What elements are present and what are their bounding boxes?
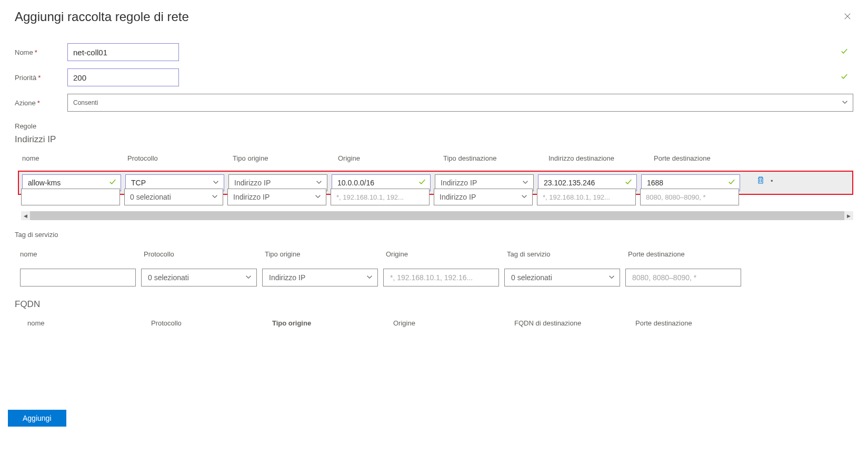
chevron-down-icon: [366, 273, 373, 282]
rule-dest-addr-input[interactable]: *, 192.168.10.1, 192...: [537, 189, 636, 205]
action-label: Azione*: [15, 99, 67, 107]
scroll-left-button[interactable]: ◀: [21, 211, 30, 220]
col-protocol: Protocollo: [127, 154, 233, 162]
scroll-right-button[interactable]: ▶: [844, 211, 853, 220]
rule-row-empty: 0 selezionati Indirizzo IP *, 192.168.10…: [18, 186, 853, 208]
fqdn-col-protocol: Protocollo: [151, 319, 272, 327]
col-dest-ports: Porte destinazione: [654, 154, 759, 162]
svc-tag-select[interactable]: 0 selezionati: [504, 269, 620, 287]
svc-col-origin-type: Tipo origine: [265, 250, 386, 258]
chevron-down-icon: [315, 179, 323, 187]
svc-protocol-select[interactable]: 0 selezionati: [141, 269, 257, 287]
rule-dest-ports-input[interactable]: 8080, 8080–8090, *: [640, 189, 739, 205]
delete-row-button[interactable]: [755, 176, 766, 186]
chevron-down-icon: [314, 193, 322, 202]
name-label: Nome*: [15, 48, 67, 56]
col-origin: Origine: [338, 154, 443, 162]
svc-col-svc-tag: Tag di servizio: [507, 250, 628, 258]
svc-origin-input[interactable]: *, 192.168.10.1, 192.16...: [383, 269, 499, 287]
svc-col-name: nome: [20, 250, 144, 258]
add-button[interactable]: Aggiungi: [8, 410, 66, 427]
check-icon: [418, 179, 426, 187]
col-name: nome: [22, 154, 127, 162]
more-options-button[interactable]: •: [769, 177, 775, 185]
priority-label: Priorità*: [15, 74, 67, 82]
fqdn-col-origin-type: Tipo origine: [272, 319, 393, 327]
ip-addresses-heading: Indirizzi IP: [15, 134, 853, 145]
svc-origin-type-select[interactable]: Indirizzo IP: [262, 269, 378, 287]
page-title: Aggiungi raccolta regole di rete: [15, 9, 189, 24]
svc-col-origin: Origine: [386, 250, 507, 258]
rule-dest-type-select[interactable]: Indirizzo IP: [434, 189, 533, 205]
svc-col-protocol: Protocollo: [144, 250, 265, 258]
fqdn-col-origin: Origine: [393, 319, 514, 327]
horizontal-scrollbar[interactable]: ◀ ▶: [21, 211, 853, 220]
chevron-down-icon: [211, 193, 218, 202]
fqdn-col-name: nome: [27, 319, 151, 327]
svc-col-dest-ports: Porte destinazione: [628, 250, 733, 258]
action-select[interactable]: Consenti: [67, 94, 853, 112]
check-icon: [109, 179, 116, 187]
fqdn-col-dest-ports: Porte destinazione: [635, 319, 741, 327]
fqdn-heading: FQDN: [15, 299, 853, 310]
rule-origin-type-select[interactable]: Indirizzo IP: [227, 189, 326, 205]
chevron-down-icon: [522, 179, 529, 187]
name-input[interactable]: [67, 43, 179, 61]
fqdn-col-fqdn-dest: FQDN di destinazione: [514, 319, 635, 327]
rule-origin-input[interactable]: *, 192.168.10.1, 192...: [331, 189, 430, 205]
rule-protocol-select[interactable]: 0 selezionati: [124, 189, 223, 205]
rules-section-label: Regole: [15, 122, 853, 130]
chevron-down-icon: [212, 179, 220, 187]
chevron-down-icon: [608, 273, 615, 282]
priority-input[interactable]: [67, 68, 179, 86]
service-tag-heading: Tag di servizio: [15, 231, 853, 239]
col-dest-addr: Indirizzo destinazione: [548, 154, 654, 162]
service-tag-row-empty: 0 selezionati Indirizzo IP *, 192.168.10…: [15, 269, 853, 287]
svc-name-input[interactable]: [20, 269, 136, 287]
check-icon: [841, 73, 848, 82]
rule-name-input[interactable]: [21, 189, 120, 205]
check-icon: [841, 48, 848, 57]
close-icon: [844, 13, 851, 20]
chevron-down-icon: [521, 193, 528, 202]
svc-dest-ports-input[interactable]: 8080, 8080–8090, *: [625, 269, 741, 287]
col-dest-type: Tipo destinazione: [443, 154, 548, 162]
col-origin-type: Tipo origine: [233, 154, 338, 162]
close-button[interactable]: [842, 9, 853, 25]
action-value: Consenti: [73, 99, 98, 106]
chevron-down-icon: [245, 273, 252, 282]
scroll-track[interactable]: [30, 211, 844, 220]
chevron-down-icon: [841, 98, 849, 107]
check-icon: [728, 179, 735, 187]
check-icon: [625, 179, 632, 187]
